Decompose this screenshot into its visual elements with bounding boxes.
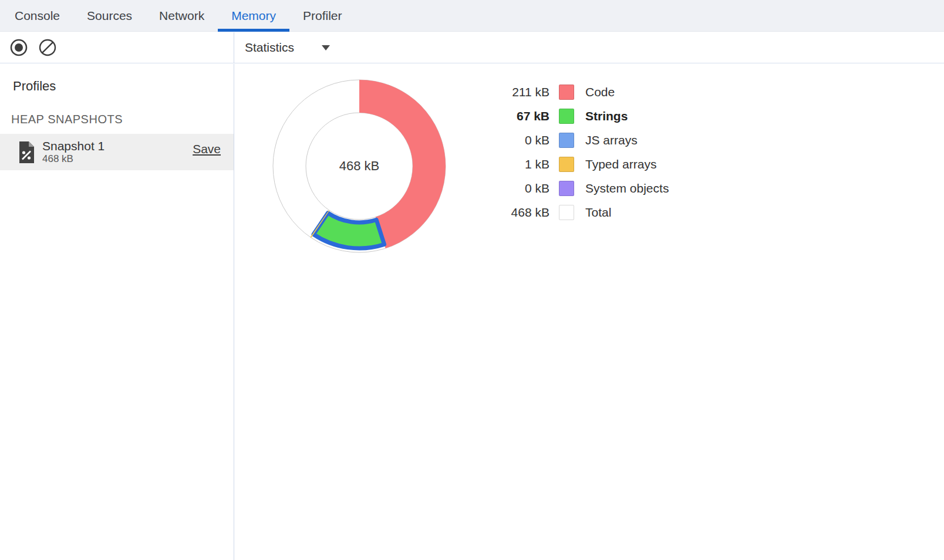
- snapshot-title: Snapshot 1: [42, 139, 104, 153]
- clear-icon: [38, 38, 58, 58]
- legend-label: Code: [585, 85, 615, 99]
- snapshot-meta: Snapshot 1 468 kB: [42, 139, 104, 165]
- snapshot-list-item[interactable]: Snapshot 1 468 kB Save: [0, 134, 234, 170]
- legend-row-system-objects: 0 kBSystem objects: [497, 180, 669, 197]
- legend-label: Total: [585, 205, 611, 220]
- legend-swatch-icon: [559, 133, 574, 148]
- legend-label: Strings: [585, 109, 628, 123]
- chart-legend: 211 kBCode67 kBStrings0 kBJS arrays1 kBT…: [497, 84, 669, 228]
- clear-button[interactable]: [38, 38, 58, 58]
- profiles-title: Profiles: [13, 79, 234, 94]
- devtools-memory-panel: Console Sources Network Memory Profiler: [0, 0, 944, 560]
- legend-value: 0 kB: [497, 181, 549, 195]
- perspective-select[interactable]: Statistics: [245, 41, 331, 55]
- legend-value: 67 kB: [497, 109, 549, 123]
- legend-label: Typed arrays: [585, 157, 656, 171]
- legend-value: 468 kB: [497, 205, 549, 220]
- legend-value: 1 kB: [497, 157, 549, 171]
- heap-snapshot-document-icon: [16, 140, 36, 164]
- snapshot-size: 468 kB: [42, 153, 104, 165]
- legend-row-strings: 67 kBStrings: [497, 108, 669, 124]
- profiles-sidebar: Profiles HEAP SNAPSHOTS Snapshot 1 468 k…: [0, 64, 234, 560]
- tab-memory[interactable]: Memory: [218, 0, 289, 31]
- legend-row-typed-arrays: 1 kBTyped arrays: [497, 156, 669, 173]
- record-icon: [9, 38, 29, 58]
- legend-value: 211 kB: [497, 85, 549, 99]
- donut-center-total-label: 468 kB: [339, 158, 380, 174]
- legend-swatch-icon: [559, 109, 574, 124]
- tab-sources[interactable]: Sources: [73, 0, 146, 31]
- legend-row-code: 211 kBCode: [497, 84, 669, 100]
- tab-network[interactable]: Network: [146, 0, 218, 31]
- legend-label: System objects: [585, 181, 669, 195]
- toolbar-left-section: [0, 32, 234, 63]
- legend-value: 0 kB: [497, 133, 549, 147]
- legend-row-total: 468 kBTotal: [497, 204, 669, 221]
- legend-swatch-icon: [559, 157, 574, 172]
- legend-swatch-icon: [559, 181, 574, 196]
- legend-label: JS arrays: [585, 133, 638, 147]
- tab-profiler[interactable]: Profiler: [289, 0, 356, 31]
- panel-tab-bar: Console Sources Network Memory Profiler: [0, 0, 944, 32]
- toolbar-right-section: Statistics: [234, 32, 944, 63]
- legend-swatch-icon: [559, 205, 574, 220]
- legend-swatch-icon: [559, 85, 574, 100]
- tab-console[interactable]: Console: [1, 0, 73, 31]
- record-button[interactable]: [9, 38, 29, 58]
- memory-toolbar: Statistics: [0, 32, 944, 63]
- perspective-select-value: Statistics: [245, 41, 294, 55]
- legend-row-js-arrays: 0 kBJS arrays: [497, 132, 669, 149]
- heap-snapshots-section-title: HEAP SNAPSHOTS: [11, 113, 234, 126]
- dropdown-arrow-icon: [321, 44, 331, 51]
- save-snapshot-link[interactable]: Save: [193, 142, 221, 156]
